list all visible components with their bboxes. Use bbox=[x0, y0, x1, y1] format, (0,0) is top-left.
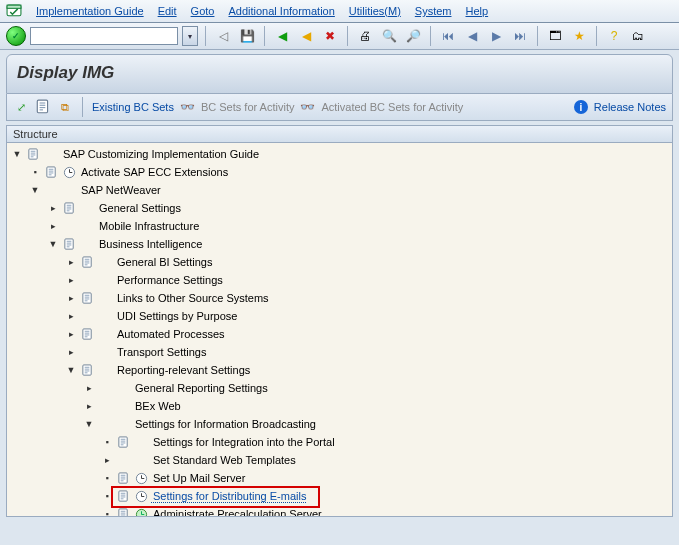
twisty-open-icon[interactable]: ▼ bbox=[83, 419, 95, 429]
page-title: Display IMG bbox=[17, 63, 662, 83]
doc-icon[interactable] bbox=[79, 362, 95, 378]
tree-node[interactable]: ▼ Settings for Information Broadcasting bbox=[11, 415, 672, 433]
tree-node[interactable]: ▪ Settings for Integration into the Port… bbox=[11, 433, 672, 451]
doc-icon[interactable] bbox=[115, 506, 131, 517]
next-page-icon[interactable]: ▶ bbox=[486, 26, 506, 46]
twisty-closed-icon[interactable]: ▸ bbox=[65, 293, 77, 303]
prev-page-icon[interactable]: ◀ bbox=[462, 26, 482, 46]
activity-icon[interactable] bbox=[133, 488, 149, 504]
doc-icon[interactable] bbox=[115, 488, 131, 504]
bc-sets-for-activity-link[interactable]: BC Sets for Activity bbox=[201, 101, 295, 113]
twisty-open-icon[interactable]: ▼ bbox=[65, 365, 77, 375]
tree-node[interactable]: ▸ Links to Other Source Systems bbox=[11, 289, 672, 307]
first-page-icon[interactable]: ⏮ bbox=[438, 26, 458, 46]
doc-icon[interactable] bbox=[61, 200, 77, 216]
doc-icon[interactable] bbox=[61, 236, 77, 252]
twisty-leaf-icon: ▪ bbox=[101, 473, 113, 483]
tree-node[interactable]: ▸ General Settings bbox=[11, 199, 672, 217]
cancel-icon[interactable]: ✖ bbox=[320, 26, 340, 46]
twisty-closed-icon[interactable]: ▸ bbox=[65, 347, 77, 357]
find-icon[interactable]: 🔍 bbox=[379, 26, 399, 46]
tree-node-selected[interactable]: ▪ Settings for Distributing E-mails bbox=[11, 487, 672, 505]
tree-node[interactable]: ▪ Activate SAP ECC Extensions bbox=[11, 163, 672, 181]
tree-node[interactable]: ▸ Automated Processes bbox=[11, 325, 672, 343]
menu-utilities[interactable]: Utilities(M) bbox=[349, 5, 401, 17]
twisty-closed-icon[interactable]: ▸ bbox=[47, 203, 59, 213]
save-icon[interactable]: 💾 bbox=[237, 26, 257, 46]
doc-nav-icon[interactable] bbox=[35, 99, 51, 115]
tree-label: Set Standard Web Templates bbox=[151, 454, 296, 466]
expand-subtree-icon[interactable]: ⤢ bbox=[13, 99, 29, 115]
activity-green-icon[interactable] bbox=[133, 506, 149, 517]
doc-icon[interactable] bbox=[79, 326, 95, 342]
tree-node[interactable]: ▸ Performance Settings bbox=[11, 271, 672, 289]
exit-icon[interactable]: ◀ bbox=[296, 26, 316, 46]
tree-node[interactable]: ▼ Business Intelligence bbox=[11, 235, 672, 253]
tree-node[interactable]: ▸ Mobile Infrastructure bbox=[11, 217, 672, 235]
twisty-leaf-icon: ▪ bbox=[101, 437, 113, 447]
activity-icon[interactable] bbox=[61, 164, 77, 180]
application-toolbar: ⤢ ⧉ Existing BC Sets 👓 BC Sets for Activ… bbox=[6, 94, 673, 121]
twisty-closed-icon[interactable]: ▸ bbox=[65, 329, 77, 339]
twisty-closed-icon[interactable]: ▪ bbox=[29, 167, 41, 177]
menu-additional-information[interactable]: Additional Information bbox=[228, 5, 334, 17]
tree-node[interactable]: ▸ General Reporting Settings bbox=[11, 379, 672, 397]
activated-bc-sets-link[interactable]: Activated BC Sets for Activity bbox=[321, 101, 463, 113]
tree-node[interactable]: ▸ UDI Settings by Purpose bbox=[11, 307, 672, 325]
twisty-open-icon[interactable]: ▼ bbox=[11, 149, 23, 159]
tree-label: Transport Settings bbox=[115, 346, 206, 358]
menu-help[interactable]: Help bbox=[466, 5, 489, 17]
last-page-icon[interactable]: ⏭ bbox=[510, 26, 530, 46]
tree-node[interactable]: ▸ Transport Settings bbox=[11, 343, 672, 361]
tree-node[interactable]: ▸ General BI Settings bbox=[11, 253, 672, 271]
twisty-closed-icon[interactable]: ▸ bbox=[65, 311, 77, 321]
separator bbox=[596, 26, 597, 46]
doc-icon[interactable] bbox=[79, 254, 95, 270]
tree-node[interactable]: ▪ Set Up Mail Server bbox=[11, 469, 672, 487]
tree-node[interactable]: ▪ Administrate Precalculation Server bbox=[11, 505, 672, 517]
help-icon[interactable]: ? bbox=[604, 26, 624, 46]
command-history-dropdown[interactable]: ▾ bbox=[182, 26, 198, 46]
command-field[interactable] bbox=[30, 27, 178, 45]
twisty-closed-icon[interactable]: ▸ bbox=[47, 221, 59, 231]
find-next-icon[interactable]: 🔎 bbox=[403, 26, 423, 46]
menu-system[interactable]: System bbox=[415, 5, 452, 17]
doc-icon[interactable] bbox=[43, 164, 59, 180]
twisty-closed-icon[interactable]: ▸ bbox=[65, 257, 77, 267]
tree-node[interactable]: ▼ SAP NetWeaver bbox=[11, 181, 672, 199]
doc-icon[interactable] bbox=[115, 470, 131, 486]
twisty-closed-icon[interactable]: ▸ bbox=[101, 455, 113, 465]
back-icon[interactable]: ◁ bbox=[213, 26, 233, 46]
existing-bc-sets-link[interactable]: Existing BC Sets bbox=[92, 101, 174, 113]
tree-label: Links to Other Source Systems bbox=[115, 292, 269, 304]
ok-button[interactable] bbox=[6, 26, 26, 46]
generate-shortcut-icon[interactable]: ★ bbox=[569, 26, 589, 46]
tree-node[interactable]: ▸ BEx Web bbox=[11, 397, 672, 415]
doc-icon[interactable] bbox=[79, 290, 95, 306]
tree-node[interactable]: ▸ Set Standard Web Templates bbox=[11, 451, 672, 469]
print-icon[interactable]: 🖨 bbox=[355, 26, 375, 46]
menu-bar: Implementation Guide Edit Goto Additiona… bbox=[0, 0, 679, 23]
tree-label: Set Up Mail Server bbox=[151, 472, 245, 484]
tree-label: SAP NetWeaver bbox=[79, 184, 161, 196]
menu-edit[interactable]: Edit bbox=[158, 5, 177, 17]
layout-menu-icon[interactable]: 🗂 bbox=[628, 26, 648, 46]
tree-node-root[interactable]: ▼ SAP Customizing Implementation Guide bbox=[11, 145, 672, 163]
menu-goto[interactable]: Goto bbox=[191, 5, 215, 17]
release-notes-link[interactable]: Release Notes bbox=[594, 101, 666, 113]
back-green-icon[interactable]: ◀ bbox=[272, 26, 292, 46]
twisty-closed-icon[interactable]: ▸ bbox=[65, 275, 77, 285]
app-icon bbox=[6, 3, 22, 19]
doc-icon[interactable] bbox=[115, 434, 131, 450]
twisty-closed-icon[interactable]: ▸ bbox=[83, 401, 95, 411]
doc-icon[interactable] bbox=[25, 146, 41, 162]
tree-node[interactable]: ▼ Reporting-relevant Settings bbox=[11, 361, 672, 379]
twisty-closed-icon[interactable]: ▸ bbox=[83, 383, 95, 393]
menu-implementation-guide[interactable]: Implementation Guide bbox=[36, 5, 144, 17]
separator bbox=[264, 26, 265, 46]
activity-icon[interactable] bbox=[133, 470, 149, 486]
where-used-icon[interactable]: ⧉ bbox=[57, 99, 73, 115]
twisty-open-icon[interactable]: ▼ bbox=[47, 239, 59, 249]
create-session-icon[interactable]: 🗔 bbox=[545, 26, 565, 46]
twisty-open-icon[interactable]: ▼ bbox=[29, 185, 41, 195]
